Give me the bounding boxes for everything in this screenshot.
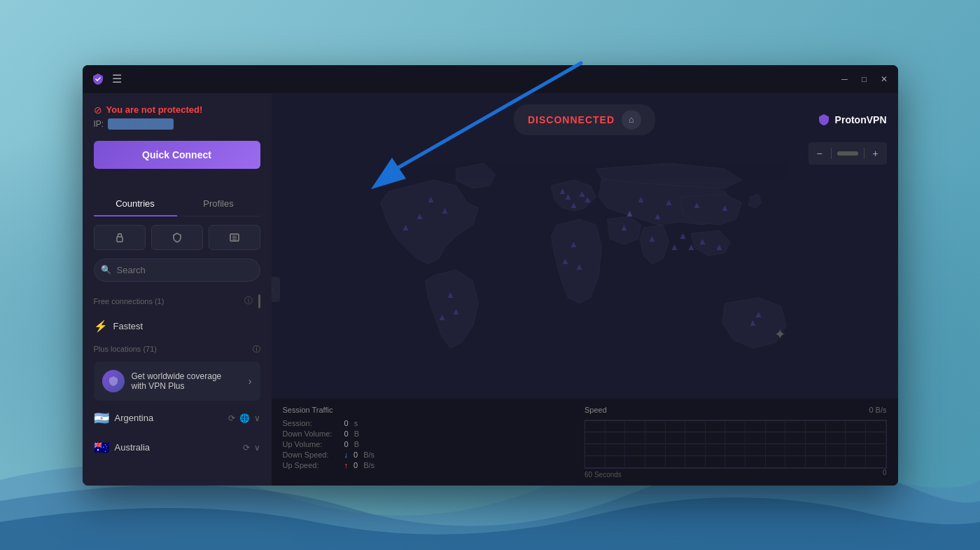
upgrade-card[interactable]: Get worldwide coverage with VPN Plus › <box>94 362 260 401</box>
ip-value: ██████████ <box>108 118 174 130</box>
fastest-icon: ⚡ <box>94 319 108 333</box>
filter-secure-button[interactable] <box>151 225 203 250</box>
info-icon: ⓘ <box>244 295 253 307</box>
sidebar-collapse-button[interactable]: ‹ <box>272 277 280 302</box>
world-map-container: ✦ <box>272 146 898 399</box>
proton-shield-small-icon <box>107 375 120 387</box>
speed-graph-panel: Speed 0 B/s <box>584 406 887 479</box>
australia-name: Australia <box>115 442 237 453</box>
speed-graph <box>584 420 887 469</box>
stat-up-speed: Up Speed: ↑ 0 B/s <box>283 461 585 469</box>
connection-status-badge: DISCONNECTED ⌂ <box>514 104 655 135</box>
australia-connect-icon[interactable]: ⟳ <box>243 443 250 453</box>
australia-flag-icon: 🇦🇺 <box>94 440 109 455</box>
sidebar: ⊘ You are not protected! IP: ██████████ … <box>83 93 272 486</box>
upgrade-card-text: Get worldwide coverage with VPN Plus <box>132 371 241 391</box>
country-item-argentina[interactable]: 🇦🇷 Argentina ⟳ 🌐 ∨ <box>88 404 266 433</box>
sidebar-header: ⊘ You are not protected! IP: ██████████ … <box>83 93 272 191</box>
australia-actions: ⟳ ∨ <box>243 443 260 453</box>
up-arrow-icon: ↑ <box>344 461 349 469</box>
argentina-flag-icon: 🇦🇷 <box>94 411 109 426</box>
protection-text: You are not protected! <box>106 104 203 115</box>
minimize-button[interactable]: ─ <box>839 74 850 85</box>
app-logo <box>91 72 105 86</box>
close-button[interactable]: ✕ <box>878 74 890 85</box>
title-bar: ☰ ─ □ ✕ <box>83 65 898 93</box>
world-map-svg <box>272 146 898 399</box>
country-item-australia[interactable]: 🇦🇺 Australia ⟳ ∨ <box>88 433 266 462</box>
session-traffic-label: Session Traffic <box>283 406 585 414</box>
fastest-server-item[interactable]: ⚡ Fastest <box>88 312 266 340</box>
speed-label: Speed <box>584 406 607 414</box>
down-arrow-icon: ↓ <box>344 451 349 459</box>
argentina-expand-icon[interactable]: ∨ <box>254 413 260 423</box>
lock-icon <box>114 232 125 243</box>
maximize-button[interactable]: □ <box>859 74 870 85</box>
filter-all-button[interactable] <box>94 225 146 250</box>
upgrade-avatar <box>102 370 125 392</box>
hamburger-menu-icon[interactable]: ☰ <box>112 72 122 85</box>
svg-marker-33 <box>671 245 677 250</box>
upgrade-subtitle: with VPN Plus <box>132 381 241 391</box>
warning-icon: ⊘ <box>94 104 102 116</box>
shield-icon <box>172 232 183 243</box>
stat-up-volume: Up Volume: 0 B <box>283 440 585 448</box>
app-window: ☰ ─ □ ✕ ⊘ You are not protected! IP: ███… <box>83 65 898 486</box>
map-header: DISCONNECTED ⌂ ProtonVPN <box>272 93 898 146</box>
free-connections-header: Free connections (1) ⓘ <box>88 290 266 312</box>
stats-panel: Session Traffic Session: 0 s Down Volume… <box>272 399 898 486</box>
list-icon <box>229 232 240 243</box>
argentina-connect-icon[interactable]: ⟳ <box>228 413 235 423</box>
argentina-actions: ⟳ 🌐 ∨ <box>228 413 260 423</box>
window-controls: ─ □ ✕ <box>839 74 890 85</box>
disconnected-text: DISCONNECTED <box>528 114 615 125</box>
session-traffic-stats: Session Traffic Session: 0 s Down Volume… <box>283 406 585 479</box>
graph-zero-label: 0 <box>883 469 887 479</box>
map-panel: ‹ DISCONNECTED ⌂ ProtonVPN − <box>272 93 898 486</box>
quick-connect-button[interactable]: Quick Connect <box>94 141 260 169</box>
proton-shield-icon <box>91 72 105 86</box>
svg-marker-32 <box>688 245 694 250</box>
tab-bar: Countries Profiles <box>94 191 260 216</box>
argentina-globe-icon[interactable]: 🌐 <box>239 413 250 423</box>
proton-logo: ProtonVPN <box>817 113 887 127</box>
filter-icons-bar <box>83 216 272 259</box>
search-icon: 🔍 <box>101 265 111 275</box>
svg-rect-2 <box>117 237 122 242</box>
tab-countries[interactable]: Countries <box>94 191 177 216</box>
upgrade-title: Get worldwide coverage <box>132 371 241 381</box>
plus-locations-header: Plus locations (71) ⓘ <box>88 340 266 359</box>
search-input[interactable] <box>94 259 260 282</box>
stat-down-volume: Down Volume: 0 B <box>283 429 585 438</box>
svg-marker-31 <box>680 233 685 239</box>
plus-info-icon: ⓘ <box>253 344 260 355</box>
server-list: Free connections (1) ⓘ ⚡ Fastest Plus lo… <box>83 290 272 486</box>
australia-expand-icon[interactable]: ∨ <box>254 443 260 453</box>
ip-row: IP: ██████████ <box>94 118 260 130</box>
speed-value: 0 B/s <box>869 406 886 414</box>
ocean-marker-icon: ✦ <box>774 326 786 343</box>
stat-down-speed: Down Speed: ↓ 0 B/s <box>283 451 585 459</box>
protection-status: ⊘ You are not protected! <box>94 104 260 116</box>
tab-profiles[interactable]: Profiles <box>177 191 260 216</box>
ip-label: IP: <box>94 119 104 129</box>
proton-vpn-logo-icon <box>817 113 831 127</box>
filter-list-button[interactable] <box>209 225 260 250</box>
stat-session: Session: 0 s <box>283 419 585 427</box>
main-content: ⊘ You are not protected! IP: ██████████ … <box>83 93 898 486</box>
graph-time-label: 60 Seconds <box>584 471 622 479</box>
search-box: 🔍 <box>94 259 260 282</box>
upgrade-arrow-icon: › <box>248 376 252 387</box>
argentina-name: Argentina <box>115 413 223 423</box>
home-button[interactable]: ⌂ <box>622 110 641 130</box>
scrollbar-thumb <box>258 294 260 308</box>
graph-columns <box>585 420 886 468</box>
